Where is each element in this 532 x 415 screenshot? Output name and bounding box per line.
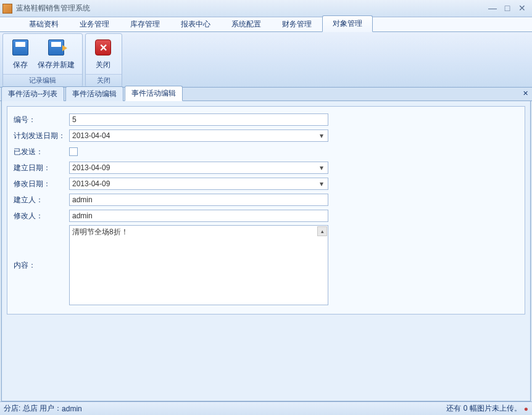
menu-tab-business[interactable]: 业务管理	[69, 16, 120, 32]
chevron-down-icon[interactable]: ▾	[317, 163, 326, 172]
field-value: 清明节全场8折！	[72, 227, 128, 237]
menu-tab-label: 基础资料	[29, 20, 59, 28]
menu-tab-finance[interactable]: 财务管理	[272, 16, 322, 32]
creator-label: 建立人：	[14, 195, 69, 205]
content-textarea[interactable]: 清明节全场8折！ ▴	[69, 225, 328, 305]
chevron-down-icon[interactable]: ▾	[317, 131, 326, 140]
menu-tab-inventory[interactable]: 库存管理	[120, 16, 170, 32]
scroll-up-icon[interactable]: ▴	[317, 226, 327, 236]
modifier-input[interactable]: admin	[69, 210, 328, 222]
content-area: 编号： 5 计划发送日期： 2013-04-04 ▾ 已发送： 建立日期： 20…	[1, 101, 531, 401]
field-value: 2013-04-04	[72, 131, 110, 140]
close-icon	[95, 39, 111, 55]
document-tabs: 事件活动--列表 事件活动编辑 事件活动编辑 ✕	[0, 88, 532, 101]
status-user-value: admin	[62, 405, 82, 413]
ribbon-btn-label: 关闭	[96, 60, 110, 70]
doc-tabs-close-button[interactable]: ✕	[523, 89, 528, 97]
status-bar: 分店: 总店 用户： admin 还有 0 幅图片未上传。 ●	[0, 401, 532, 415]
status-upload-info: 还有 0 幅图片未上传。	[446, 403, 521, 414]
modify-date-label: 修改日期：	[14, 179, 69, 189]
menu-tab-label: 业务管理	[80, 20, 109, 28]
menu-tab-system[interactable]: 系统配置	[221, 16, 272, 32]
doc-tab-label: 事件活动--列表	[8, 89, 57, 98]
form-panel: 编号： 5 计划发送日期： 2013-04-04 ▾ 已发送： 建立日期： 20…	[7, 106, 525, 314]
ribbon-group-label: 关闭	[86, 74, 122, 86]
menu-tab-basic-data[interactable]: 基础资料	[19, 16, 69, 32]
sent-label: 已发送：	[14, 147, 69, 157]
ribbon-btn-label: 保存并新建	[38, 60, 75, 70]
titlebar: 蓝格鞋帽销售管理系统 — □ ✕	[0, 0, 532, 17]
save-new-icon	[48, 39, 64, 55]
doc-tab-label: 事件活动编辑	[72, 89, 117, 98]
menu-tab-label: 库存管理	[130, 20, 160, 28]
maximize-button[interactable]: □	[500, 3, 515, 14]
save-button[interactable]: 保存	[7, 36, 34, 72]
ribbon-btn-label: 保存	[13, 60, 28, 70]
minimize-button[interactable]: —	[485, 3, 500, 14]
menu-tab-label: 报表中心	[181, 20, 210, 28]
status-dot-icon: ●	[524, 405, 528, 413]
modifier-label: 修改人：	[14, 211, 69, 221]
close-button[interactable]: 关闭	[89, 36, 117, 72]
doc-tab-event-edit-2[interactable]: 事件活动编辑	[125, 86, 183, 101]
menu-tab-label: 系统配置	[231, 20, 261, 28]
status-user-label: 用户：	[39, 403, 62, 414]
modify-date-picker[interactable]: 2013-04-09 ▾	[69, 178, 328, 190]
chevron-down-icon[interactable]: ▾	[317, 179, 326, 188]
field-value: 2013-04-09	[72, 163, 110, 172]
menu-tab-reports[interactable]: 报表中心	[170, 16, 221, 32]
create-date-picker[interactable]: 2013-04-09 ▾	[69, 162, 328, 174]
sent-checkbox[interactable]	[69, 147, 78, 156]
field-value: 2013-04-09	[72, 179, 110, 188]
ribbon-group-close: 关闭 关闭	[85, 33, 122, 87]
ribbon-toolbar: 保存 保存并新建 记录编辑 关闭 关闭	[0, 32, 532, 88]
status-store-value: 总店	[23, 403, 38, 414]
main-menu: 基础资料 业务管理 库存管理 报表中心 系统配置 财务管理 对象管理	[0, 17, 532, 32]
menu-tab-label: 对象管理	[333, 19, 362, 28]
status-store-label: 分店:	[4, 403, 20, 414]
ribbon-group-record-edit: 保存 保存并新建 记录编辑	[2, 33, 83, 87]
id-label: 编号：	[14, 115, 69, 125]
ribbon-group-label: 记录编辑	[3, 74, 82, 86]
menu-tab-object[interactable]: 对象管理	[322, 15, 373, 32]
content-label: 内容：	[14, 260, 69, 271]
doc-tab-event-list[interactable]: 事件活动--列表	[1, 86, 64, 101]
id-input[interactable]: 5	[69, 113, 328, 126]
field-value: 5	[72, 115, 77, 124]
save-and-new-button[interactable]: 保存并新建	[34, 36, 78, 72]
save-icon	[12, 39, 28, 55]
doc-tab-event-edit-1[interactable]: 事件活动编辑	[65, 86, 123, 101]
field-value: admin	[72, 212, 93, 220]
creator-input[interactable]: admin	[69, 194, 328, 206]
window-title: 蓝格鞋帽销售管理系统	[16, 3, 485, 14]
close-window-button[interactable]: ✕	[515, 3, 530, 14]
create-date-label: 建立日期：	[14, 163, 69, 173]
field-value: admin	[72, 195, 93, 204]
plan-date-label: 计划发送日期：	[14, 131, 69, 141]
doc-tab-label: 事件活动编辑	[131, 89, 176, 97]
plan-date-picker[interactable]: 2013-04-04 ▾	[69, 129, 328, 142]
menu-tab-label: 财务管理	[282, 20, 312, 28]
app-icon	[2, 4, 12, 14]
